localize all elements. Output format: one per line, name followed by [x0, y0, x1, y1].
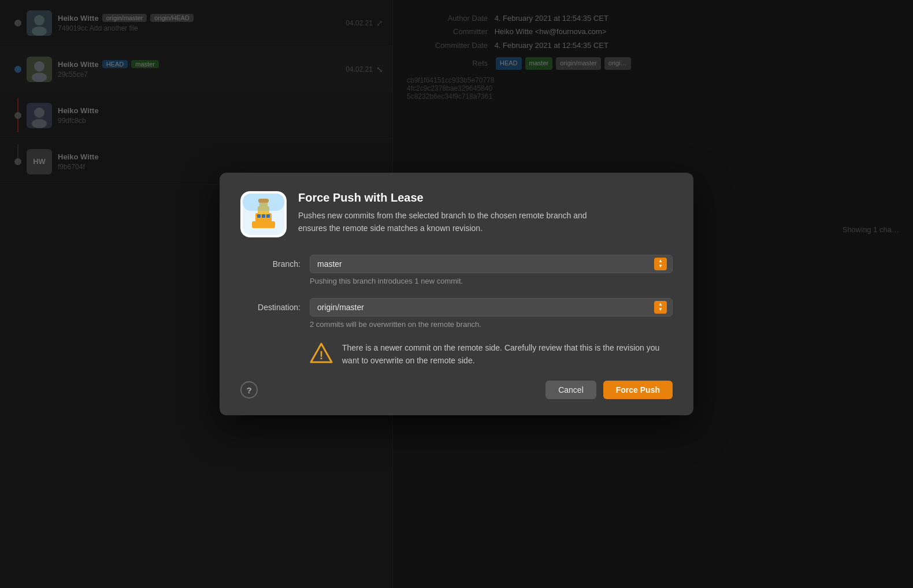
branch-field-block: master Pushing this branch introduces 1 … [310, 255, 673, 285]
warning-box: ! There is a newer commit on the remote … [240, 341, 673, 367]
help-button[interactable]: ? [240, 381, 258, 399]
tower-app-icon [240, 191, 287, 237]
warning-icon: ! [310, 341, 333, 364]
branch-select-wrapper: master [310, 255, 673, 273]
modal-title: Force Push with Lease [298, 191, 673, 204]
branch-select[interactable]: master [310, 255, 673, 273]
cancel-button[interactable]: Cancel [545, 381, 596, 399]
destination-select-wrapper: origin/master [310, 298, 673, 317]
modal-dialog: Force Push with Lease Pushes new commits… [220, 173, 693, 416]
branch-label: Branch: [240, 255, 310, 269]
svg-rect-19 [243, 193, 284, 211]
modal-footer: ? Cancel Force Push [240, 381, 673, 399]
modal-icon [240, 191, 287, 237]
destination-select[interactable]: origin/master [310, 298, 673, 317]
svg-rect-18 [266, 214, 270, 218]
destination-hint: 2 commits will be overwritten on the rem… [310, 320, 673, 329]
destination-field-block: origin/master 2 commits will be overwrit… [310, 298, 673, 329]
destination-label: Destination: [240, 298, 310, 312]
svg-rect-17 [262, 214, 265, 218]
force-push-button[interactable]: Force Push [603, 381, 673, 399]
modal-description: Pushes new commits from the selected bra… [298, 209, 599, 235]
modal-header: Force Push with Lease Pushes new commits… [240, 191, 673, 237]
warning-text: There is a newer commit on the remote si… [342, 341, 673, 367]
modal-overlay: Force Push with Lease Pushes new commits… [0, 0, 913, 588]
svg-text:!: ! [320, 349, 324, 362]
branch-hint: Pushing this branch introduces 1 new com… [310, 277, 673, 285]
destination-form-row: Destination: origin/master 2 commits wil… [240, 298, 673, 329]
modal-title-block: Force Push with Lease Pushes new commits… [298, 191, 673, 235]
branch-form-row: Branch: master Pushing this branch intro… [240, 255, 673, 285]
svg-rect-16 [257, 214, 261, 218]
